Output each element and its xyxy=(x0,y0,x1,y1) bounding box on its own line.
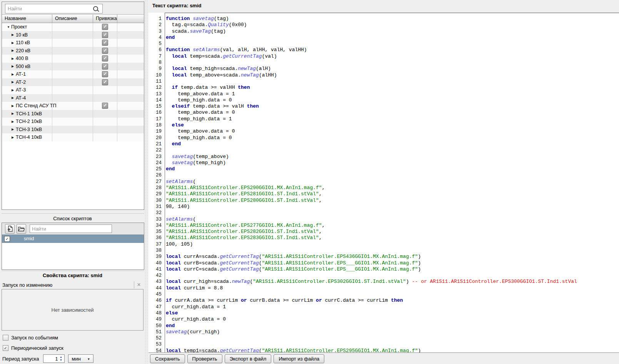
tree-row[interactable]: ▶ТСН-3 10кВ xyxy=(2,126,144,134)
code-line[interactable]: 30"AR1S11.AR1S11Controller.EPS280GGIO1.S… xyxy=(148,198,619,204)
save-button[interactable]: Сохранить xyxy=(150,354,185,363)
triangle-right-icon[interactable]: ▶ xyxy=(12,41,16,45)
code-line[interactable]: 29"AR1S11.AR1S11Controller.EPS281GGIO1.S… xyxy=(148,191,619,197)
triangle-down-icon[interactable]: ▼ xyxy=(7,25,11,29)
horizontal-separator[interactable] xyxy=(2,271,144,271)
code-line[interactable]: 52 xyxy=(148,335,619,341)
code-line[interactable]: 24 savetag(temp_high) xyxy=(148,160,619,166)
column-header-name[interactable]: Название xyxy=(2,15,52,23)
add-script-button[interactable] xyxy=(5,224,15,234)
code-line[interactable]: 33setAlarms( xyxy=(148,216,619,223)
code-line[interactable]: 28"AR1S11.AR1S11Controller.EPS290GGIO1.M… xyxy=(148,185,619,191)
code-line[interactable]: 17 temp_high.data = 1 xyxy=(148,116,619,122)
binding-checkbox[interactable]: ✓ xyxy=(102,24,108,30)
code-line[interactable]: 23 savetag(temp_above) xyxy=(148,154,619,160)
tree-row[interactable]: ▶110 кВ✓ xyxy=(2,39,144,47)
binding-checkbox[interactable]: ✓ xyxy=(102,48,108,54)
code-line[interactable]: 32 xyxy=(148,210,619,216)
code-line[interactable]: 12 if temp.data >= valHH then xyxy=(148,85,619,91)
triangle-right-icon[interactable]: ▶ xyxy=(12,120,16,123)
code-line[interactable]: 8 xyxy=(148,60,619,66)
code-line[interactable]: 34"AR1S11.AR1S11Controller.EPS277GGIO1.M… xyxy=(148,223,619,229)
triangle-right-icon[interactable]: ▶ xyxy=(12,33,16,37)
code-line[interactable]: 5 xyxy=(148,41,619,47)
code-line[interactable]: 9 local temp_high=scada.newTag(alH) xyxy=(148,66,619,72)
triangle-right-icon[interactable]: ▶ xyxy=(12,65,16,68)
code-line[interactable]: 39local currA=scada.getCurrentTag("AR1S1… xyxy=(148,254,619,260)
code-line[interactable]: 43local curr_high=scada.newTag("AR1S11.A… xyxy=(148,279,619,285)
horizontal-separator[interactable] xyxy=(2,213,144,214)
tree-row[interactable]: ▶АТ-1✓ xyxy=(2,70,144,78)
export-button[interactable]: Экспорт в файл xyxy=(225,354,272,363)
close-icon[interactable]: × xyxy=(134,281,143,288)
triangle-right-icon[interactable]: ▶ xyxy=(12,104,16,108)
code-line[interactable]: 6function setAlarms(val, alH, alHH, valH… xyxy=(148,47,619,53)
code-line[interactable]: 4end xyxy=(148,35,619,41)
tree-row[interactable]: ▶500 кВ✓ xyxy=(2,63,144,71)
binding-checkbox[interactable]: ✓ xyxy=(102,103,108,109)
column-header-description[interactable]: Описание xyxy=(52,15,93,23)
spinner-down-icon[interactable]: ▼ xyxy=(58,359,64,362)
periodic-run-row[interactable]: ✓ Периодический запуск xyxy=(3,345,63,351)
code-line[interactable]: 42 xyxy=(148,273,619,279)
code-line[interactable]: 37100, 105) xyxy=(148,241,619,248)
binding-checkbox[interactable]: ✓ xyxy=(102,79,108,85)
code-line[interactable]: 19 temp_above.data = 0 xyxy=(148,128,619,135)
code-line[interactable]: 15 elseif temp.data >= valH then xyxy=(148,103,619,110)
column-header-binding[interactable]: Привязка xyxy=(93,15,117,23)
triangle-right-icon[interactable]: ▶ xyxy=(12,57,16,60)
period-unit-select[interactable]: мин ▼ xyxy=(68,354,93,363)
periodic-run-checkbox[interactable]: ✓ xyxy=(3,345,8,351)
tree-row[interactable]: ▶АТ-4 xyxy=(2,94,144,102)
code-line[interactable]: 38 xyxy=(148,248,619,254)
code-line[interactable]: 26 xyxy=(148,172,619,178)
triangle-right-icon[interactable]: ▶ xyxy=(12,96,16,100)
code-line[interactable]: 25end xyxy=(148,166,619,172)
tree-row[interactable]: ▶400 В✓ xyxy=(2,55,144,63)
binding-checkbox[interactable]: ✓ xyxy=(102,71,108,77)
code-line[interactable]: 22 xyxy=(148,147,619,153)
triangle-right-icon[interactable]: ▶ xyxy=(12,88,16,92)
code-line[interactable]: 11 xyxy=(148,78,619,85)
period-value-input[interactable] xyxy=(44,356,59,362)
triangle-right-icon[interactable]: ▶ xyxy=(12,128,16,131)
script-enabled-checkbox[interactable]: ✓ xyxy=(4,236,10,242)
tree-row[interactable]: ▶ТСН-2 10кВ xyxy=(2,118,144,126)
code-line[interactable]: 36"AR1S11.AR1S11Controller.EPS283GGIO1.S… xyxy=(148,235,619,241)
code-line[interactable]: 50end xyxy=(148,323,619,329)
scripts-search-input[interactable] xyxy=(30,224,112,233)
code-line[interactable]: 48else xyxy=(148,310,619,316)
code-line[interactable]: 3198, 140) xyxy=(148,204,619,210)
triangle-right-icon[interactable]: ▶ xyxy=(12,73,16,76)
code-line[interactable]: 10 local temp_above=scada.newTag(alHH) xyxy=(148,72,619,78)
tree-search-input[interactable] xyxy=(5,4,94,13)
tree-row[interactable]: ▶АТ-2✓ xyxy=(2,78,144,86)
code-area[interactable]: 1function savetag(tag)2 tag.q=scada.Qual… xyxy=(148,13,619,352)
code-line[interactable]: 14 temp_high.data = 0 xyxy=(148,97,619,103)
code-line[interactable]: 35"AR1S11.AR1S11Controller.EPS282GGIO1.S… xyxy=(148,229,619,235)
tree-row[interactable]: ▶220 кВ✓ xyxy=(2,47,144,55)
verify-button[interactable]: Проверить xyxy=(187,354,222,363)
spinner-up-icon[interactable]: ▲ xyxy=(58,356,64,359)
code-line[interactable]: 20 temp_high.data = 0 xyxy=(148,135,619,141)
open-script-button[interactable] xyxy=(17,224,26,234)
tree-row[interactable]: ▼Проект✓ xyxy=(2,23,144,31)
run-on-events-row[interactable]: Запуск по событиям xyxy=(3,334,58,341)
code-line[interactable]: 49 curr_high.data = 0 xyxy=(148,316,619,322)
script-list-item-smid[interactable]: ✓ smid xyxy=(2,234,144,243)
code-line[interactable]: 40local currB=scada.getCurrentTag("AR1S1… xyxy=(148,260,619,266)
tree-row[interactable]: ▶ТСН-1 10кВ xyxy=(2,110,144,118)
triangle-right-icon[interactable]: ▶ xyxy=(12,112,16,115)
code-line[interactable]: 47 curr_high.data = 1 xyxy=(148,304,619,310)
binding-checkbox[interactable]: ✓ xyxy=(102,40,108,46)
code-line[interactable]: 44local currLim = 8.8 xyxy=(148,285,619,291)
triangle-right-icon[interactable]: ▶ xyxy=(12,80,16,84)
code-line[interactable]: 7 local temp=scada.getCurrentTag(val) xyxy=(148,53,619,60)
triangle-right-icon[interactable]: ▶ xyxy=(12,49,16,52)
code-line[interactable]: 51savetag(curr_high) xyxy=(148,329,619,335)
code-editor[interactable]: 1function savetag(tag)2 tag.q=scada.Qual… xyxy=(148,13,619,353)
tree-row[interactable]: ▶АТ-3 xyxy=(2,86,144,94)
code-line[interactable]: 3 scada.saveTag(tag) xyxy=(148,28,619,35)
code-line[interactable]: 41local currC=scada.getCurrentTag("AR1S1… xyxy=(148,266,619,273)
code-line[interactable]: 2 tag.q=scada.Quality(0x00) xyxy=(148,22,619,28)
